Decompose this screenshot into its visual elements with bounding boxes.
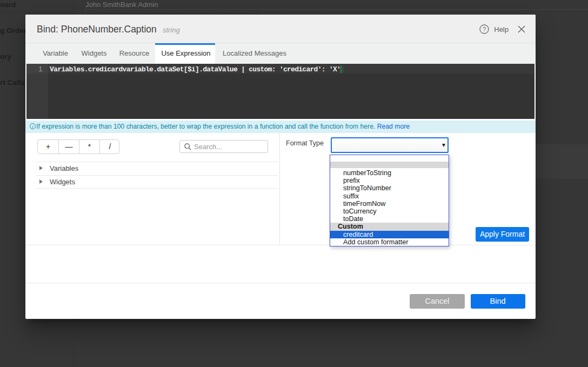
- svg-text:?: ?: [483, 26, 486, 32]
